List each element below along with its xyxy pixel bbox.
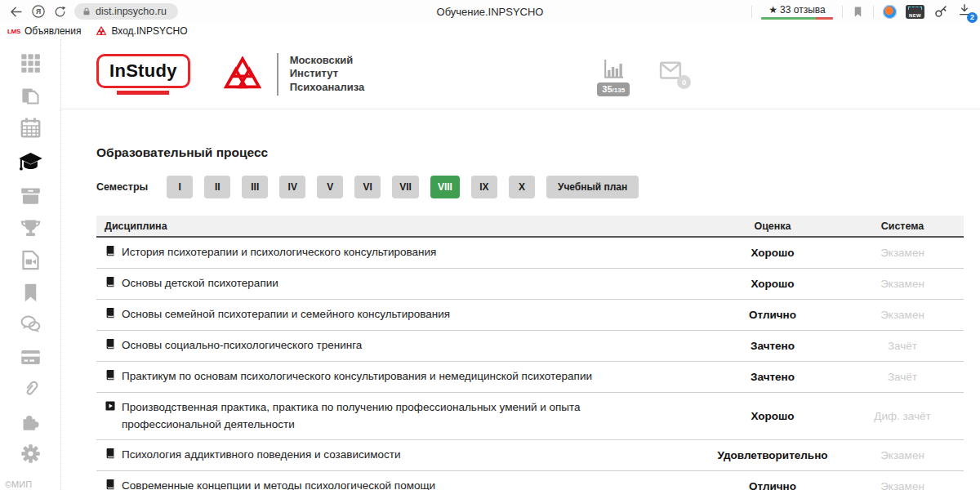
system-value: Экзамен (841, 268, 964, 299)
site-reviews[interactable]: ★ 33 отзыва (761, 4, 833, 20)
book-icon (105, 369, 116, 381)
clip-icon (20, 378, 42, 400)
semesters-label: Семестры (96, 181, 148, 193)
sidebar-item-chat[interactable] (20, 314, 42, 336)
card-icon (20, 346, 42, 368)
semester-button-viii[interactable]: VIII (430, 176, 460, 198)
sidebar-item-puzzle[interactable] (20, 411, 42, 433)
bookmark-announcements[interactable]: LMS Объявления (7, 25, 81, 37)
sidebar-item-gradcap[interactable] (18, 149, 43, 175)
column-grade: Оценка (704, 216, 841, 237)
grade-value: Хорошо (704, 237, 841, 268)
semester-button-i[interactable]: I (167, 176, 193, 198)
bookmark-label: Вход.INPSYCHO (111, 25, 187, 37)
progress-stats-badge: 35/135 (597, 82, 630, 96)
bookmark-icon (20, 282, 42, 304)
bar-chart-icon (601, 56, 626, 82)
bookmark-page-icon[interactable] (852, 6, 864, 18)
back-icon[interactable] (8, 4, 24, 20)
institute-name: Московский Институт Психоанализа (290, 54, 365, 95)
new-extension-icon[interactable]: NEW (906, 5, 924, 19)
discipline-name: Производственная практика, практика по п… (122, 399, 648, 434)
downloads-button[interactable]: 2 (957, 2, 972, 20)
semester-button-x[interactable]: X (509, 176, 535, 198)
copyright-label: ©МИП (5, 479, 32, 489)
book-icon (105, 338, 116, 350)
discipline-name: Современные концепции и методы психологи… (122, 478, 435, 490)
semester-button-vii[interactable]: VII (392, 176, 419, 198)
table-row[interactable]: Современные концепции и методы психологи… (96, 471, 964, 490)
system-value: Экзамен (841, 471, 964, 490)
table-row[interactable]: Производственная практика, практика по п… (96, 392, 964, 440)
sidebar-item-calendar[interactable] (20, 117, 42, 139)
sidebar-item-card[interactable] (20, 346, 42, 368)
star-icon: ★ (768, 4, 777, 16)
book-icon (105, 276, 116, 287)
curriculum-button[interactable]: Учебный план (546, 176, 639, 198)
key-icon[interactable] (933, 4, 948, 19)
messages-badge: 0 (677, 75, 691, 89)
grade-value: Хорошо (704, 268, 841, 299)
bookmark-login[interactable]: Вход.INPSYCHO (96, 25, 187, 37)
sidebar-item-gear[interactable] (20, 443, 42, 465)
table-row[interactable]: История психотерапии и психологического … (96, 237, 964, 268)
system-value: Диф. зачёт (841, 392, 964, 440)
messages-button[interactable]: 0 (657, 58, 684, 86)
system-value: Зачёт (841, 361, 964, 392)
browser-toolbar: dist.inpsycho.ru Обучение.INPSYCHO ★ 33 … (0, 0, 980, 23)
site-header: InStudy Московский Институт Психоанализа… (61, 39, 980, 109)
table-row[interactable]: Основы детской психотерапииХорошоЭкзамен (96, 268, 964, 299)
semester-button-iii[interactable]: III (242, 176, 268, 198)
puzzle-icon (20, 411, 42, 433)
semester-button-vi[interactable]: VI (354, 176, 381, 198)
semester-selector: Семестры IIIIIIIVVVIVIIVIIIIXX Учебный п… (96, 176, 964, 198)
bookmark-label: Объявления (24, 25, 81, 37)
table-header-row: Дисциплина Оценка Система (96, 216, 964, 237)
new-badge: NEW (906, 13, 924, 18)
gradcap-icon (18, 149, 43, 175)
column-system: Система (841, 216, 964, 237)
grade-value: Зачтено (704, 361, 841, 392)
table-row[interactable]: Психология аддиктивного поведения и соза… (96, 440, 964, 471)
sidebar-item-trophy[interactable] (20, 217, 42, 239)
grid-icon (20, 52, 42, 74)
grade-value: Зачтено (704, 330, 841, 361)
sidebar-nav: ©МИП (0, 39, 61, 490)
sidebar-item-bookmark[interactable] (20, 282, 42, 304)
semester-button-iv[interactable]: IV (279, 176, 305, 198)
grade-value: Отлично (704, 299, 841, 330)
yandex-icon[interactable] (31, 4, 46, 19)
discipline-name: Основы детской психотерапии (122, 275, 278, 292)
sidebar-item-videopage[interactable] (20, 249, 42, 271)
column-discipline: Дисциплина (96, 216, 704, 237)
discipline-name: Основы семейной психотерапии и семейного… (122, 306, 450, 323)
sidebar-item-archive[interactable] (20, 185, 42, 207)
grade-value: Хорошо (704, 392, 841, 440)
progress-stats-button[interactable]: 35/135 (597, 56, 630, 96)
bookmarks-bar: LMS Объявления Вход.INPSYCHO (0, 23, 980, 39)
semester-button-v[interactable]: V (317, 176, 343, 198)
sidebar-item-pages[interactable] (20, 85, 42, 107)
divider (277, 53, 278, 96)
main-content: InStudy Московский Институт Психоанализа… (61, 39, 980, 490)
reload-icon[interactable] (53, 5, 67, 19)
gear-icon (20, 443, 42, 465)
discipline-name: Практикум по основам психологического ко… (122, 368, 592, 385)
instudy-logo-text: InStudy (96, 54, 190, 88)
sidebar-item-clip[interactable] (20, 378, 42, 400)
institute-favicon (96, 26, 107, 36)
disciplines-table: Дисциплина Оценка Система История психот… (96, 216, 964, 490)
grade-value: Удовлетворительно (704, 440, 841, 471)
sidebar-item-grid[interactable] (20, 52, 42, 74)
extension-browser-icon[interactable] (883, 5, 897, 19)
table-row[interactable]: Основы социально-психологического тренин… (96, 330, 964, 361)
semester-button-ix[interactable]: IX (471, 176, 497, 198)
table-row[interactable]: Основы семейной психотерапии и семейного… (96, 299, 964, 330)
instudy-logo-stand (117, 91, 169, 95)
institute-logo-icon (221, 56, 264, 92)
address-bar[interactable]: dist.inpsycho.ru (74, 3, 178, 20)
instudy-logo[interactable]: InStudy (96, 54, 190, 95)
semester-button-ii[interactable]: II (204, 176, 230, 198)
url-text: dist.inpsycho.ru (96, 6, 167, 17)
table-row[interactable]: Практикум по основам психологического ко… (96, 361, 964, 392)
